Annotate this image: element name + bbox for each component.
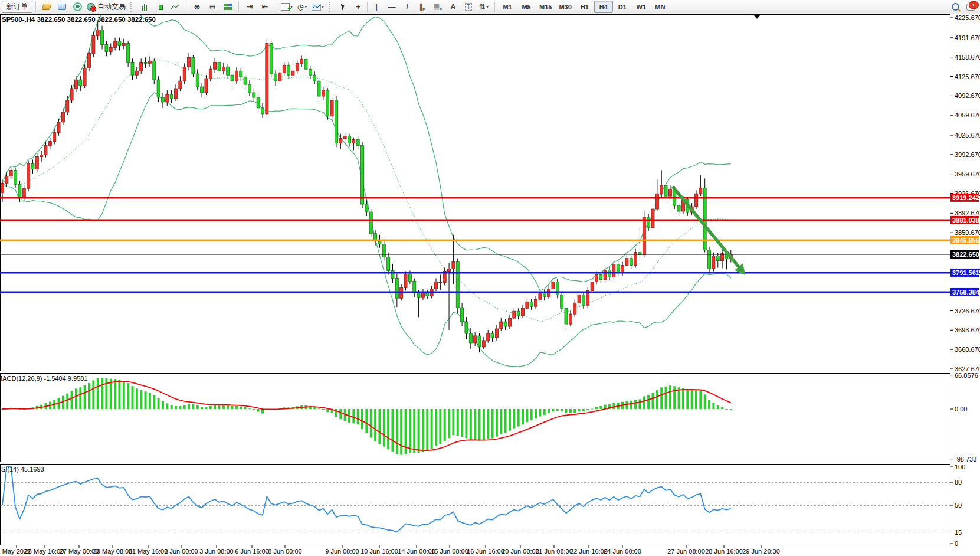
timeframe-m1-button[interactable]: M1 xyxy=(498,1,517,13)
new-chart-button[interactable]: ▾ xyxy=(279,1,294,13)
timeframe-m30-button[interactable]: M30 xyxy=(555,1,575,13)
candle-body xyxy=(96,30,99,36)
candle-body xyxy=(452,262,455,269)
price-tick-label: 3660.670 xyxy=(955,346,980,353)
terminal-button[interactable] xyxy=(54,1,70,13)
toolbar-drag-handle[interactable] xyxy=(329,2,332,12)
macd-bar xyxy=(136,388,138,409)
price-tick-label: 4158.670 xyxy=(955,54,980,61)
zoom-in-button[interactable]: ⊕ xyxy=(189,1,205,13)
macd-bar xyxy=(730,409,732,410)
horizontal-line-tool-button[interactable]: — xyxy=(384,1,399,13)
timeframe-mn-button[interactable]: MN xyxy=(651,1,670,13)
candle-body xyxy=(604,270,607,280)
toolbar-drag-handle[interactable] xyxy=(130,2,134,12)
search-button[interactable] xyxy=(948,1,963,13)
timeframe-h1-button[interactable]: H1 xyxy=(575,1,594,13)
time-tick-label: 14 Jun 00:00 xyxy=(398,548,435,555)
trendline-tool-button[interactable]: / xyxy=(399,1,415,13)
price-tick-label: 4125.670 xyxy=(955,73,980,80)
candle-body xyxy=(270,43,273,74)
macd-bar xyxy=(231,406,234,409)
arrows-tool-button[interactable]: ⇅▾ xyxy=(476,1,491,13)
price-label-box: 3846.856 xyxy=(950,236,979,244)
macd-bar xyxy=(257,409,260,412)
candle-body xyxy=(227,67,230,75)
candle-body xyxy=(240,71,242,77)
candle-body xyxy=(122,43,125,45)
macd-bar xyxy=(166,403,168,409)
periods-button[interactable]: ◷▾ xyxy=(294,1,310,13)
candle-body xyxy=(114,41,117,47)
macd-bar xyxy=(721,407,723,409)
candle-body xyxy=(218,62,221,71)
bar-chart-button[interactable] xyxy=(137,1,152,13)
macd-bar xyxy=(478,409,481,440)
macd-bar xyxy=(444,409,446,441)
timeframe-m15-button[interactable]: M15 xyxy=(536,1,555,13)
macd-bar xyxy=(123,381,125,409)
new-order-button[interactable]: 新订单 xyxy=(2,1,32,13)
macd-bar xyxy=(214,405,216,409)
channel-tool-button[interactable]: ∥E xyxy=(415,1,430,13)
macd-bar xyxy=(192,404,194,409)
price-tick-label: 3726.670 xyxy=(955,308,980,315)
candle-body xyxy=(535,299,537,306)
candle-body xyxy=(235,71,238,81)
rsi-panel[interactable] xyxy=(1,465,950,545)
timeframe-w1-button[interactable]: W1 xyxy=(632,1,651,13)
timeframe-m5-button[interactable]: M5 xyxy=(517,1,536,13)
macd-bar xyxy=(396,409,398,454)
chart-shift-button[interactable]: ⇥ xyxy=(242,1,257,13)
macd-tick-label: 66.8576 xyxy=(955,372,978,379)
macd-bar xyxy=(140,390,142,409)
time-tick-label: 24 Jun 00:00 xyxy=(604,548,641,555)
fibonacci-tool-button[interactable]: ≣F xyxy=(430,1,445,13)
macd-bar xyxy=(392,409,394,452)
macd-bar xyxy=(500,409,502,434)
macd-bar xyxy=(725,409,727,410)
candle-body xyxy=(677,205,680,211)
notifications-button[interactable]: 1 xyxy=(963,1,978,13)
zoom-out-button[interactable]: ⊖ xyxy=(205,1,220,13)
toolbar-separator xyxy=(186,2,186,12)
timeframe-d1-button[interactable]: D1 xyxy=(613,1,632,13)
price-label-text: 3919.242 xyxy=(952,194,979,201)
candle-body xyxy=(101,30,104,45)
candle-body xyxy=(378,241,381,244)
text-label-tool-button[interactable]: T xyxy=(461,1,476,13)
market-watch-button[interactable] xyxy=(39,1,54,13)
templates-button[interactable]: ▾ xyxy=(310,1,326,13)
candle-body xyxy=(31,163,34,169)
vertical-line-tool-button[interactable]: | xyxy=(369,1,384,13)
crosshair-tool-button[interactable]: + xyxy=(350,1,366,13)
candle-body xyxy=(304,59,307,69)
candlestick-chart-button[interactable] xyxy=(152,1,168,13)
macd-bar xyxy=(118,380,120,409)
candle-body xyxy=(617,264,620,273)
candle-body xyxy=(196,74,199,87)
candle-body xyxy=(469,333,472,343)
price-chart-svg[interactable]: 4225.6704191.6704158.6704125.6704092.670… xyxy=(0,0,980,556)
candle-body xyxy=(57,122,60,133)
signal-icon xyxy=(73,2,82,11)
macd-bar xyxy=(162,401,164,409)
candle-body xyxy=(131,62,134,75)
macd-bar xyxy=(244,407,247,409)
auto-scroll-button[interactable]: ⇤ xyxy=(257,1,273,13)
macd-bar xyxy=(322,409,325,410)
line-chart-button[interactable] xyxy=(168,1,183,13)
tile-windows-button[interactable] xyxy=(220,1,235,13)
timeframe-h4-button[interactable]: H4 xyxy=(594,1,613,13)
auto-trading-button[interactable]: 自动交易 xyxy=(85,1,127,13)
text-tool-button[interactable]: A xyxy=(445,1,461,13)
strategy-tester-button[interactable] xyxy=(70,1,85,13)
macd-bar xyxy=(634,400,637,409)
candle-body xyxy=(248,84,251,93)
cursor-tool-button[interactable] xyxy=(335,1,350,13)
macd-bar xyxy=(699,390,702,409)
dropdown-caret-icon: ▾ xyxy=(486,4,489,9)
macd-bar xyxy=(630,401,632,409)
macd-bar xyxy=(227,405,229,409)
macd-bar xyxy=(201,407,203,409)
